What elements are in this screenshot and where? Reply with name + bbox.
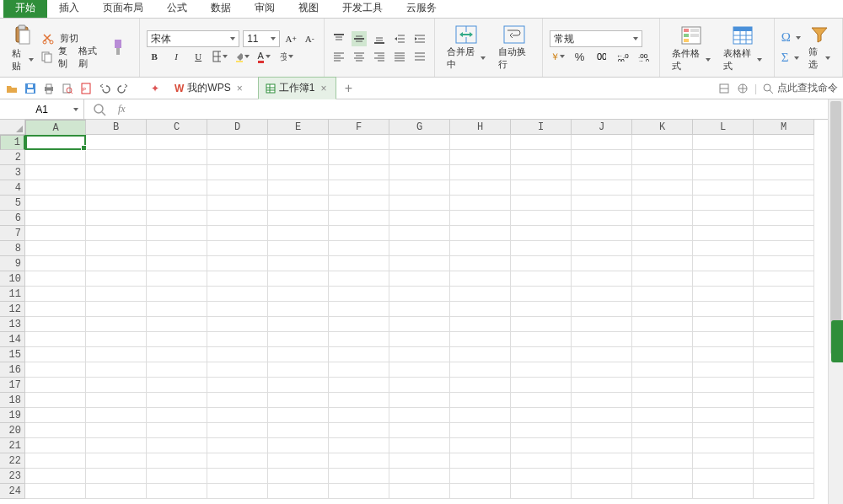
select-all-corner[interactable] <box>0 120 25 135</box>
cell[interactable] <box>389 302 450 317</box>
cell[interactable] <box>754 378 814 393</box>
cell[interactable] <box>572 302 632 317</box>
cell[interactable] <box>511 135 572 150</box>
cell[interactable] <box>450 347 511 362</box>
cell[interactable] <box>147 287 207 302</box>
cell[interactable] <box>86 453 147 469</box>
cell[interactable] <box>450 302 511 317</box>
menutab-layout[interactable]: 页面布局 <box>91 0 155 18</box>
cell[interactable] <box>86 165 147 180</box>
cell[interactable] <box>632 165 693 180</box>
cell[interactable] <box>25 484 86 499</box>
cell[interactable] <box>572 408 632 423</box>
row-header[interactable]: 10 <box>0 271 25 287</box>
cell[interactable] <box>754 302 814 317</box>
increase-decimal-icon[interactable]: ←.0.00 <box>615 49 631 64</box>
column-header[interactable]: J <box>572 120 632 135</box>
cell[interactable] <box>207 484 268 499</box>
cell[interactable] <box>754 362 814 378</box>
cell[interactable] <box>268 317 329 332</box>
cell[interactable] <box>329 438 389 453</box>
column-header[interactable]: M <box>754 120 814 135</box>
cell[interactable] <box>86 484 147 499</box>
cell[interactable] <box>389 438 450 453</box>
cell[interactable] <box>389 135 450 150</box>
font-size-select[interactable]: 11 <box>243 30 280 47</box>
cell[interactable] <box>329 362 389 378</box>
cell[interactable] <box>268 135 329 150</box>
cell[interactable] <box>268 347 329 362</box>
cell[interactable] <box>632 256 693 271</box>
cell[interactable] <box>754 150 814 165</box>
cell[interactable] <box>86 150 147 165</box>
save-icon[interactable] <box>24 82 37 95</box>
cell[interactable] <box>389 150 450 165</box>
cell[interactable] <box>268 211 329 226</box>
cell[interactable] <box>632 211 693 226</box>
cell[interactable] <box>511 196 572 211</box>
cell[interactable] <box>572 226 632 241</box>
cell[interactable] <box>268 332 329 347</box>
cell[interactable] <box>511 469 572 484</box>
cell[interactable] <box>147 211 207 226</box>
cell[interactable] <box>25 196 86 211</box>
cell[interactable] <box>572 196 632 211</box>
cell[interactable] <box>268 287 329 302</box>
cell[interactable] <box>329 256 389 271</box>
row-header[interactable]: 8 <box>0 241 25 256</box>
cell[interactable] <box>207 256 268 271</box>
cell[interactable] <box>389 362 450 378</box>
cell[interactable] <box>693 196 754 211</box>
cell[interactable] <box>25 211 86 226</box>
cell[interactable] <box>147 393 207 408</box>
undo-icon[interactable] <box>98 82 111 95</box>
cell[interactable] <box>511 378 572 393</box>
cell[interactable] <box>754 165 814 180</box>
cell[interactable] <box>572 469 632 484</box>
row-header[interactable]: 3 <box>0 165 25 180</box>
column-header[interactable]: B <box>86 120 147 135</box>
cell[interactable] <box>25 362 86 378</box>
row-header[interactable]: 11 <box>0 287 25 302</box>
cell[interactable] <box>693 271 754 287</box>
cell[interactable] <box>389 211 450 226</box>
cell[interactable] <box>450 150 511 165</box>
cell[interactable] <box>693 302 754 317</box>
cell[interactable] <box>207 362 268 378</box>
menutab-data[interactable]: 数据 <box>199 0 243 18</box>
cell[interactable] <box>86 135 147 150</box>
column-header[interactable]: H <box>450 120 511 135</box>
cell[interactable] <box>632 438 693 453</box>
cell[interactable] <box>754 332 814 347</box>
cell[interactable] <box>207 453 268 469</box>
cell[interactable] <box>693 317 754 332</box>
formula-input[interactable] <box>137 103 728 115</box>
cell[interactable] <box>511 453 572 469</box>
cell[interactable] <box>754 211 814 226</box>
cell[interactable] <box>450 271 511 287</box>
row-header[interactable]: 9 <box>0 256 25 271</box>
column-header[interactable]: L <box>693 120 754 135</box>
cell[interactable] <box>329 180 389 196</box>
menutab-start[interactable]: 开始 <box>3 0 47 18</box>
cell[interactable] <box>86 438 147 453</box>
cell[interactable] <box>147 408 207 423</box>
cell[interactable] <box>329 165 389 180</box>
cell[interactable] <box>389 408 450 423</box>
cell[interactable] <box>86 362 147 378</box>
increase-font-icon[interactable]: A+ <box>283 31 298 46</box>
cell[interactable] <box>450 317 511 332</box>
cell[interactable] <box>207 271 268 287</box>
cell[interactable] <box>86 408 147 423</box>
cell[interactable] <box>572 484 632 499</box>
cell[interactable] <box>389 165 450 180</box>
cell[interactable] <box>86 241 147 256</box>
cell[interactable] <box>693 484 754 499</box>
cell[interactable] <box>632 347 693 362</box>
doctab-workbook1[interactable]: 工作簿1 × <box>258 77 337 99</box>
cell[interactable] <box>207 150 268 165</box>
cell[interactable] <box>207 378 268 393</box>
cell[interactable] <box>754 271 814 287</box>
cell[interactable] <box>450 256 511 271</box>
cell[interactable] <box>329 196 389 211</box>
